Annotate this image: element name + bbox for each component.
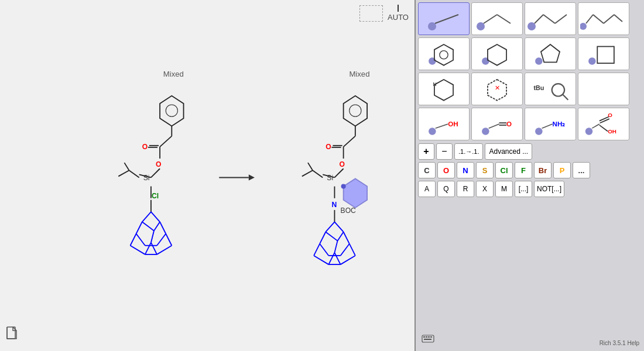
svg-line-33 (131, 246, 145, 254)
svg-line-21 (142, 212, 151, 222)
minus-button[interactable]: − (436, 143, 453, 160)
template-row-3: N ✕ tBu (418, 73, 642, 105)
svg-line-60 (334, 222, 343, 232)
atom-carbon[interactable]: C (418, 162, 436, 178)
drawing-area[interactable]: AUTO Mixed Mixed O (0, 0, 416, 351)
template-cyclobutane[interactable] (578, 37, 629, 70)
svg-line-26 (157, 234, 166, 246)
svg-line-36 (145, 243, 151, 254)
query-a[interactable]: A (418, 181, 436, 197)
atom-bromine[interactable]: Br (534, 162, 551, 178)
template-chain-2[interactable] (471, 2, 523, 35)
svg-line-80 (497, 15, 511, 23)
svg-line-115 (542, 124, 553, 128)
svg-point-39 (350, 105, 361, 116)
template-benzene[interactable] (418, 37, 470, 70)
charge-button[interactable]: .1.→.1. (454, 143, 483, 160)
template-chain-3[interactable] (525, 2, 576, 35)
svg-rect-127 (428, 336, 430, 338)
atom-oxygen[interactable]: O (437, 162, 455, 178)
svg-point-92 (440, 51, 448, 59)
query-bracket[interactable]: [...] (515, 181, 532, 197)
template-oh[interactable]: OH (418, 108, 470, 140)
query-m[interactable]: M (495, 181, 513, 197)
keyboard-icon[interactable] (422, 335, 434, 345)
svg-text:Si: Si (143, 174, 150, 182)
svg-line-88 (604, 15, 614, 23)
svg-line-50 (313, 170, 323, 177)
query-not[interactable]: NOT[...] (534, 181, 564, 197)
atom-sulfur[interactable]: S (476, 162, 494, 178)
svg-marker-94 (488, 44, 506, 66)
svg-line-105 (563, 95, 568, 100)
svg-text:O: O (608, 112, 612, 118)
svg-line-17 (124, 163, 129, 170)
svg-line-63 (320, 244, 328, 256)
atom-chlorine[interactable]: Cl (495, 162, 513, 178)
svg-line-79 (484, 15, 497, 23)
template-piperidine[interactable]: N (418, 73, 470, 105)
svg-point-95 (535, 57, 543, 65)
template-row-2 (418, 37, 642, 70)
svg-line-37 (151, 243, 157, 254)
template-cyclopentane[interactable] (525, 37, 576, 70)
svg-point-104 (552, 84, 564, 96)
svg-point-109 (482, 128, 489, 135)
atom-nitrogen[interactable]: N (457, 162, 474, 178)
svg-text:N: N (331, 201, 337, 209)
svg-point-4 (166, 105, 177, 116)
svg-line-47 (334, 168, 343, 177)
svg-line-84 (555, 15, 567, 23)
template-single-bond[interactable] (418, 2, 470, 35)
svg-line-6 (160, 136, 172, 147)
template-row-1 (418, 2, 642, 35)
svg-point-78 (477, 22, 485, 30)
query-r[interactable]: R (457, 181, 474, 197)
svg-line-87 (593, 15, 604, 23)
svg-line-34 (157, 246, 172, 254)
atom-phosphorus[interactable]: P (553, 162, 571, 178)
template-amine[interactable]: NH₂ (525, 108, 576, 140)
svg-line-31 (131, 234, 136, 246)
svg-line-66 (326, 232, 337, 240)
status-bar: Rich 3.5.1 Help (600, 340, 639, 346)
template-cyclohexane[interactable] (471, 37, 523, 70)
svg-marker-2 (249, 174, 255, 180)
template-open-ring[interactable]: ✕ (471, 73, 523, 105)
svg-line-61 (320, 232, 326, 243)
right-panel: N ✕ tBu (416, 0, 644, 351)
svg-point-76 (428, 22, 436, 30)
query-q[interactable]: Q (437, 181, 455, 197)
benzene-left (160, 96, 183, 136)
svg-text:O: O (142, 143, 148, 151)
svg-marker-99 (434, 80, 453, 101)
template-blank[interactable] (578, 73, 629, 105)
svg-text:Cl: Cl (152, 192, 159, 200)
svg-text:Si: Si (327, 174, 333, 182)
svg-rect-126 (426, 336, 427, 338)
atom-fluorine[interactable]: F (515, 162, 532, 178)
svg-point-57 (341, 184, 346, 189)
advanced-button[interactable]: Advanced ... (485, 143, 532, 160)
template-carboxyl[interactable]: O OH (578, 108, 629, 140)
svg-marker-3 (160, 96, 183, 126)
template-chain-4[interactable] (578, 2, 629, 35)
template-carbonyl[interactable]: O (471, 108, 523, 140)
molecule-canvas[interactable]: Mixed Mixed O O Si (0, 0, 415, 351)
svg-line-67 (338, 232, 344, 240)
svg-marker-56 (344, 178, 367, 208)
atom-dots[interactable]: ... (573, 162, 590, 178)
svg-line-15 (129, 170, 139, 177)
svg-line-25 (136, 234, 145, 246)
query-x[interactable]: X (476, 181, 494, 197)
svg-point-114 (535, 128, 543, 135)
template-tbu-search[interactable]: tBu (525, 73, 576, 105)
svg-line-30 (151, 230, 154, 242)
svg-line-70 (350, 244, 355, 256)
svg-point-85 (580, 23, 587, 30)
plus-button[interactable]: + (418, 143, 434, 160)
svg-line-122 (600, 125, 608, 132)
svg-line-29 (154, 222, 160, 230)
svg-text:O: O (326, 143, 331, 151)
svg-rect-129 (424, 339, 431, 340)
